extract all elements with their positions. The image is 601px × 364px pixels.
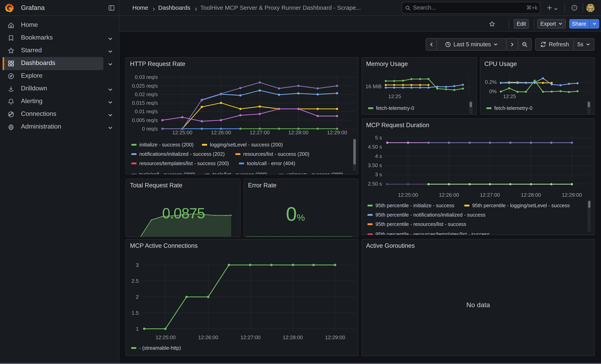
svg-text:2.5: 2.5 [131,278,139,284]
svg-text:1: 1 [136,326,139,332]
svg-text:?: ? [573,6,575,10]
svg-text:3: 3 [136,262,139,268]
svg-text:4 s: 4 s [375,153,382,159]
svg-text:3 s: 3 s [375,171,382,177]
svg-text:0%: 0% [489,89,497,94]
svg-text:12:26:00: 12:26:00 [439,192,459,198]
svg-text:12:25:00: 12:25:00 [172,129,192,136]
svg-text:0.005 req/s: 0.005 req/s [132,117,158,123]
svg-text:0.02 req/s: 0.02 req/s [135,91,158,97]
svg-text:12:27:00: 12:27:00 [240,334,260,340]
svg-text:0.015 req/s: 0.015 req/s [132,100,158,106]
svg-text:2: 2 [136,294,139,300]
svg-text:12:29:00: 12:29:00 [327,129,347,136]
svg-text:4.50 s: 4.50 s [368,144,382,150]
svg-text:12:28:00: 12:28:00 [521,192,541,198]
svg-text:12:29:00: 12:29:00 [562,192,582,198]
svg-text:0.2%: 0.2% [485,79,497,85]
svg-text:3.50 s: 3.50 s [368,162,382,168]
svg-text:2.50 s: 2.50 s [368,181,382,187]
svg-text:12:25:00: 12:25:00 [156,334,176,340]
svg-text:12:25:00: 12:25:00 [398,192,418,198]
svg-text:12:27:00: 12:27:00 [480,192,500,198]
svg-text:1.5: 1.5 [131,310,139,316]
svg-text:16 MiB: 16 MiB [365,83,381,89]
svg-text:0 req/s: 0 req/s [142,126,158,132]
svg-text:0.03 req/s: 0.03 req/s [135,74,158,80]
svg-text:5 s: 5 s [375,135,382,141]
svg-text:12:25: 12:25 [503,93,516,99]
svg-text:12:25: 12:25 [388,93,401,99]
svg-text:0.025 req/s: 0.025 req/s [132,83,158,89]
svg-text:12:26:00: 12:26:00 [198,334,218,340]
svg-text:12:29:00: 12:29:00 [325,334,345,340]
svg-text:0.01 req/s: 0.01 req/s [135,108,158,114]
svg-text:12:28:00: 12:28:00 [288,129,309,136]
svg-text:12:26:00: 12:26:00 [211,129,231,136]
svg-text:12:27:00: 12:27:00 [250,129,270,136]
svg-text:12:28:00: 12:28:00 [283,334,303,340]
